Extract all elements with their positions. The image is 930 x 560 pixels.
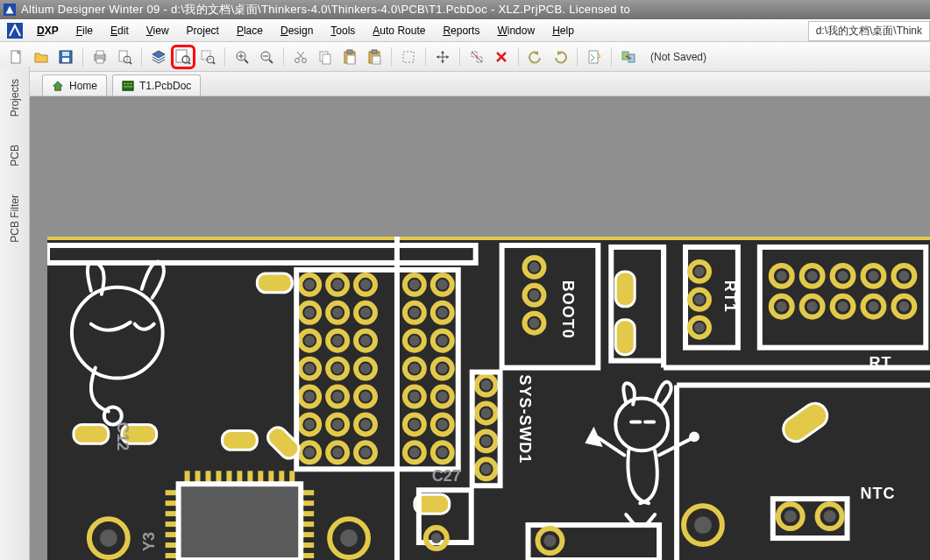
open-folder-icon[interactable] [30, 46, 53, 68]
designator-rt1: RT1 [721, 280, 739, 313]
svg-point-91 [360, 419, 371, 429]
svg-point-145 [694, 294, 705, 305]
svg-point-117 [437, 392, 448, 402]
svg-point-73 [360, 336, 371, 346]
chip-tqfp [166, 471, 315, 560]
tab-pcbdoc[interactable]: T1.PcbDoc [112, 74, 201, 96]
open-path-box[interactable]: d:\我的文档\桌面\Think [808, 21, 930, 41]
svg-text:…: … [374, 57, 380, 63]
svg-rect-182 [179, 484, 302, 560]
menu-bar: DXP File Edit View Project Place Design … [0, 19, 930, 42]
menu-view[interactable]: View [138, 22, 178, 39]
svg-rect-178 [615, 272, 635, 307]
paste-special-icon[interactable]: … [363, 46, 386, 68]
svg-point-149 [777, 271, 787, 281]
svg-rect-51 [123, 81, 133, 90]
svg-point-65 [332, 308, 343, 318]
tab-label: Home [69, 80, 97, 92]
print-icon[interactable] [89, 46, 111, 68]
toolbar-separator [391, 47, 392, 67]
select-rect-icon[interactable] [397, 46, 420, 68]
svg-point-134 [481, 380, 492, 391]
pcb-doc-icon [122, 80, 134, 92]
silk-box [47, 245, 476, 263]
svg-line-21 [245, 60, 248, 63]
toolbar-separator [577, 47, 578, 67]
svg-point-93 [304, 447, 315, 457]
svg-point-67 [360, 308, 371, 318]
deselect-icon[interactable] [465, 46, 488, 68]
clear-icon[interactable] [490, 46, 513, 68]
svg-point-138 [481, 436, 492, 446]
svg-point-54 [131, 82, 132, 84]
dxp-icon[interactable] [7, 23, 23, 39]
toolbar-separator [518, 47, 519, 67]
menu-dxp[interactable]: DXP [28, 22, 67, 39]
move-icon[interactable] [431, 46, 454, 68]
menu-help[interactable]: Help [543, 22, 583, 39]
svg-point-169 [784, 510, 797, 522]
zoom-out-icon[interactable] [255, 46, 278, 68]
panel-pcb[interactable]: PCB [7, 139, 23, 172]
print-preview-icon[interactable] [113, 46, 136, 68]
cut-icon[interactable] [289, 46, 312, 68]
app-icon [4, 4, 16, 16]
svg-rect-38 [403, 52, 414, 62]
svg-point-97 [360, 447, 371, 457]
layers-icon[interactable] [147, 46, 170, 68]
zoom-in-icon[interactable] [231, 46, 253, 68]
menu-place[interactable]: Place [228, 22, 272, 39]
menu-window[interactable]: Window [488, 22, 543, 39]
svg-rect-5 [62, 52, 69, 56]
menu-edit[interactable]: Edit [102, 22, 138, 39]
svg-point-25 [295, 58, 300, 62]
save-icon[interactable] [54, 46, 77, 68]
svg-rect-181 [778, 399, 832, 446]
svg-rect-15 [202, 51, 210, 60]
menu-file[interactable]: File [67, 22, 102, 39]
pcb-workspace[interactable]: C12 Y3 C27 BOOT0 SYS-SWD1 RT1 RT NTC [30, 96, 930, 560]
svg-point-57 [304, 280, 315, 290]
svg-point-59 [332, 280, 343, 290]
svg-point-99 [409, 280, 420, 290]
svg-point-109 [437, 336, 448, 346]
run-script-icon[interactable] [583, 46, 606, 68]
panel-pcb-filter[interactable]: PCB Filter [7, 189, 23, 248]
svg-point-101 [437, 280, 448, 290]
menu-project[interactable]: Project [178, 22, 228, 39]
menu-design[interactable]: Design [272, 22, 322, 39]
silk-bunny-left [72, 262, 164, 425]
svg-point-107 [409, 336, 420, 346]
svg-point-81 [304, 392, 315, 402]
fit-document-icon[interactable] [172, 46, 195, 68]
svg-point-226 [100, 529, 117, 547]
panel-projects[interactable]: Projects [7, 74, 23, 122]
tab-home[interactable]: Home [42, 74, 107, 96]
designator-ntc: NTC [860, 485, 895, 502]
designator-y3: Y3 [140, 532, 158, 551]
copy-icon[interactable] [314, 46, 337, 68]
window-title: Altium Designer Winter 09 - d:\我的文档\桌面\T… [21, 2, 630, 18]
zoom-selection-icon[interactable] [196, 46, 219, 68]
redo-icon[interactable] [549, 46, 571, 68]
undo-icon[interactable] [524, 46, 547, 68]
pcb-board[interactable]: C12 Y3 C27 BOOT0 SYS-SWD1 RT1 RT NTC [47, 237, 930, 560]
menu-tools[interactable]: Tools [322, 22, 364, 39]
svg-point-165 [868, 301, 878, 312]
svg-point-87 [304, 419, 315, 429]
crossprobe-icon[interactable] [617, 46, 640, 68]
svg-rect-47 [622, 52, 628, 60]
svg-point-163 [838, 301, 848, 312]
svg-point-123 [409, 447, 420, 457]
svg-point-105 [437, 308, 448, 318]
svg-point-85 [360, 392, 371, 402]
paste-icon[interactable] [338, 46, 361, 68]
svg-point-136 [481, 408, 492, 418]
designator-c12: C12 [114, 422, 131, 450]
svg-point-140 [481, 464, 492, 474]
svg-line-17 [213, 62, 215, 64]
svg-point-75 [304, 364, 315, 374]
menu-autoroute[interactable]: Auto Route [364, 22, 434, 39]
menu-reports[interactable]: Reports [434, 22, 488, 39]
new-document-icon[interactable] [5, 46, 28, 68]
